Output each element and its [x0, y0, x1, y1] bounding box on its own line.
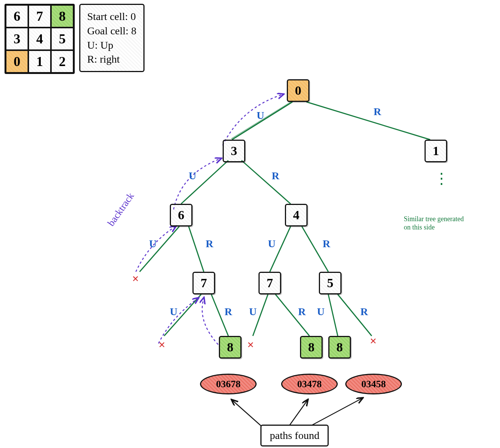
edge-label-r-7: R	[360, 306, 368, 318]
edge-label-r-6: R	[298, 306, 306, 318]
x-mark-3: ×	[247, 338, 254, 352]
tree-node-4: 4	[285, 204, 308, 226]
tree-node-5: 5	[319, 272, 342, 294]
tree-node-7-mid: 7	[258, 272, 281, 294]
edge-label-u-7: U	[317, 306, 325, 318]
tree-node-7-left: 7	[192, 272, 215, 294]
tree-node-8-goal-1: 8	[219, 336, 242, 359]
x-mark-1: ×	[132, 272, 139, 286]
edge-label-r-4: R	[323, 238, 330, 250]
path-result-2: 03478	[281, 374, 338, 394]
edge-label-u-6: U	[249, 306, 257, 318]
tree-node-8-goal-3: 8	[328, 336, 351, 359]
ellipsis-dots: ⋮	[434, 172, 442, 185]
path-result-3: 03458	[345, 374, 402, 394]
x-mark-2: ×	[158, 338, 165, 352]
edge-label-r-1: R	[374, 106, 381, 118]
path-result-1: 03678	[200, 374, 257, 394]
edge-label-u-1: U	[257, 109, 264, 122]
edge-label-u-2: U	[189, 170, 196, 182]
paths-found-label: paths found	[260, 425, 329, 446]
tree-node-6: 6	[170, 204, 192, 226]
tree-node-1: 1	[425, 140, 447, 162]
tree-node-0-root: 0	[287, 79, 309, 102]
similar-tree-note: Similar tree generated on this side	[404, 215, 487, 231]
edge-label-r-5: R	[225, 306, 232, 318]
x-mark-4: ×	[370, 334, 377, 348]
edge-label-u-5: U	[170, 306, 177, 318]
edge-label-u-4: U	[268, 238, 275, 250]
edge-label-r-2: R	[272, 170, 279, 182]
tree-node-3: 3	[223, 140, 245, 162]
tree-node-8-goal-2: 8	[300, 336, 323, 359]
edge-label-u-3: U	[149, 238, 157, 250]
edge-label-r-3: R	[206, 238, 213, 250]
